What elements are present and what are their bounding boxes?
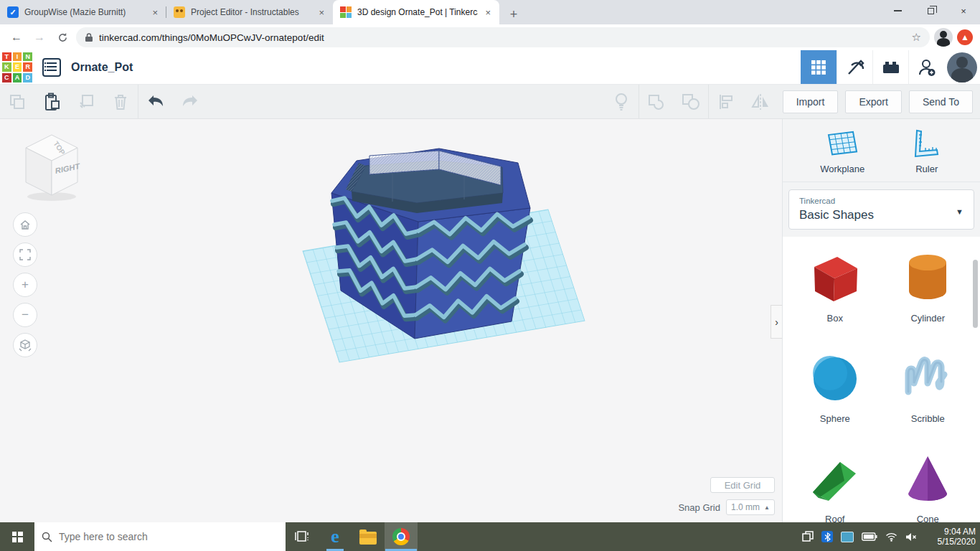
3d-viewport[interactable] (0, 119, 782, 522)
blocks-view-button[interactable] (801, 50, 837, 84)
export-button[interactable]: Export (845, 90, 901, 113)
tab-close-icon[interactable]: × (484, 7, 492, 18)
clock-time: 9:04 AM (944, 527, 976, 537)
ruler-label: Ruler (915, 164, 938, 174)
minecraft-export-button[interactable] (837, 50, 872, 84)
search-input[interactable] (59, 531, 260, 542)
start-button[interactable] (0, 522, 34, 551)
shape-label: Box (827, 313, 843, 324)
forward-button[interactable]: → (30, 28, 49, 47)
import-button[interactable]: Import (783, 90, 839, 113)
tab-instructables[interactable]: Project Editor - Instructables × (166, 0, 333, 24)
add-collaborator-button[interactable] (908, 50, 944, 84)
sidebar-collapse-button[interactable]: › (771, 305, 782, 339)
refresh-button[interactable] (53, 28, 72, 47)
refresh-icon (57, 32, 68, 43)
wifi-icon[interactable] (885, 532, 897, 542)
edge-taskbar-icon[interactable]: e (319, 522, 352, 551)
3d-canvas-area: TOP RIGHT + − › Edit Grid Snap Grid (0, 119, 782, 522)
shape-sphere[interactable]: Sphere (804, 347, 866, 448)
bluetooth-icon[interactable] (821, 531, 833, 542)
home-view-button[interactable] (13, 212, 37, 237)
task-view-button[interactable] (286, 522, 319, 551)
ruler-icon (911, 129, 943, 158)
workplane-tool[interactable]: Workplane (820, 129, 864, 174)
windows-taskbar: e 9:04 AM 5/15/2020 (0, 522, 980, 551)
shape-library-dropdown[interactable]: Tinkercad Basic Shapes ▼ (788, 189, 974, 230)
window-controls: × (881, 0, 980, 22)
trash-icon (113, 93, 128, 110)
duplicate-button[interactable] (69, 85, 103, 119)
restore-button[interactable] (914, 0, 947, 22)
mirror-button[interactable] (743, 85, 778, 119)
paste-button[interactable] (34, 85, 69, 119)
shape-box[interactable]: Box (804, 247, 866, 347)
tab-close-icon[interactable]: × (317, 7, 326, 18)
undo-button[interactable] (138, 85, 173, 119)
send-to-button[interactable]: Send To (909, 90, 973, 113)
taskbar-search[interactable] (34, 522, 286, 551)
zoom-in-button[interactable]: + (13, 273, 37, 297)
taskbar-clock[interactable]: 9:04 AM 5/15/2020 (938, 522, 976, 551)
ungroup-button[interactable] (674, 85, 708, 119)
tab-tinkercad-active[interactable]: 3D design Ornate_Pot | Tinkercad × (333, 0, 499, 24)
view-cube[interactable]: TOP RIGHT (16, 126, 88, 205)
search-icon (42, 532, 52, 542)
show-hidden-icons-icon[interactable] (802, 531, 814, 542)
tinkercad-favicon-icon (340, 6, 352, 18)
redo-button[interactable] (173, 85, 207, 119)
header-actions (801, 50, 980, 84)
shape-label: Cylinder (910, 313, 945, 324)
network-computer-icon[interactable] (841, 532, 854, 542)
back-button[interactable]: ← (7, 28, 26, 47)
group-button[interactable] (639, 85, 674, 119)
shapes-sidebar: Workplane Ruler Tinkercad Basic Shapes ▼ (782, 119, 980, 522)
tab-title: GroupWise (Mazie Burnitt) (24, 7, 145, 17)
shape-cylinder[interactable]: Cylinder (897, 247, 958, 347)
close-window-button[interactable]: × (947, 0, 980, 22)
show-all-button[interactable] (604, 85, 639, 119)
home-icon (19, 220, 31, 230)
tinkercad-logo[interactable]: TINKERCAD (2, 52, 32, 83)
snap-grid-select[interactable]: 1.0 mm ▲ (726, 499, 775, 515)
minimize-button[interactable] (881, 0, 914, 22)
browser-profile-avatar[interactable] (934, 28, 953, 47)
brick-export-button[interactable] (872, 50, 908, 84)
copy-button[interactable] (0, 85, 34, 119)
edit-grid-button[interactable]: Edit Grid (710, 477, 775, 493)
fit-view-button[interactable] (13, 242, 37, 267)
edit-toolbar: Import Export Send To (0, 85, 980, 119)
user-avatar[interactable] (947, 52, 977, 83)
system-tray (802, 522, 917, 551)
shape-scribble[interactable]: Scribble (897, 347, 958, 448)
battery-icon[interactable] (862, 532, 877, 541)
logo-letter: I (13, 52, 22, 62)
zoom-out-button[interactable]: − (13, 303, 37, 327)
instructables-favicon-icon (174, 6, 185, 18)
chrome-taskbar-icon[interactable] (385, 522, 418, 551)
tab-groupwise[interactable]: ✓ GroupWise (Mazie Burnitt) × (0, 0, 166, 24)
tab-close-icon[interactable]: × (151, 7, 159, 18)
add-user-icon (918, 58, 936, 77)
tinkercad-header: TINKERCAD Ornate_Pot (0, 50, 980, 85)
volume-muted-icon[interactable] (905, 532, 917, 542)
file-explorer-taskbar-icon[interactable] (352, 522, 385, 551)
sidebar-scrollbar[interactable] (973, 260, 978, 328)
workplane-label: Workplane (820, 164, 864, 174)
bookmark-star-icon[interactable]: ☆ (912, 31, 921, 44)
delete-button[interactable] (103, 85, 138, 119)
clock-date: 5/15/2020 (938, 537, 976, 547)
omnibox[interactable]: tinkercad.com/things/0MoMuOPCwJV-ornatep… (76, 27, 930, 47)
align-button[interactable] (709, 85, 743, 119)
logo-letter: K (2, 62, 11, 72)
extension-icon[interactable]: ▲ (957, 29, 973, 45)
new-tab-button[interactable]: + (504, 4, 524, 24)
design-title[interactable]: Ornate_Pot (71, 61, 133, 74)
url-text[interactable]: tinkercad.com/things/0MoMuOPCwJV-ornatep… (99, 32, 906, 43)
ruler-tool[interactable]: Ruler (911, 129, 943, 174)
scribble-shape-icon (897, 347, 958, 409)
design-properties-icon[interactable] (42, 58, 61, 77)
perspective-toggle-button[interactable] (13, 333, 37, 357)
lego-brick-icon (882, 60, 900, 75)
logo-letter: N (23, 52, 32, 62)
